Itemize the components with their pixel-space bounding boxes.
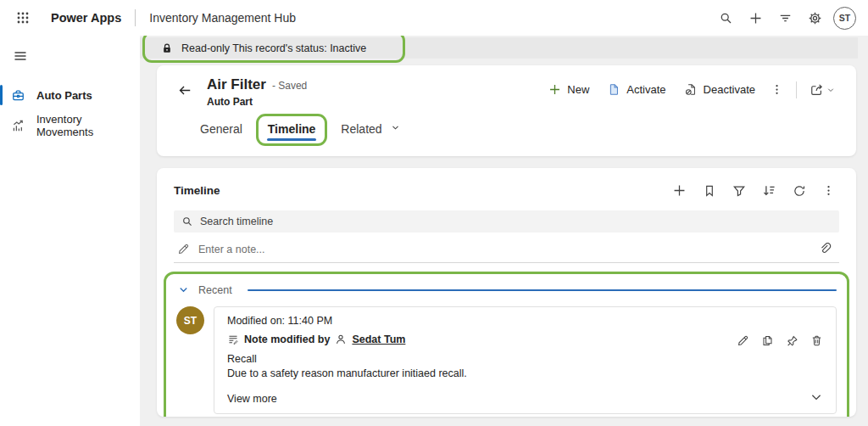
selection-indicator bbox=[0, 115, 3, 136]
note-card[interactable]: Modified on: 11:40 PM Note modified by bbox=[214, 306, 837, 414]
lock-icon bbox=[161, 42, 173, 54]
search-icon bbox=[181, 216, 193, 227]
expand-chevron-icon[interactable] bbox=[808, 389, 825, 406]
user-avatar[interactable]: ST bbox=[833, 7, 856, 30]
annotation-highlight-recent-group: Recent ST Modified on: 11:40 PM bbox=[164, 272, 849, 417]
recent-group-label: Recent bbox=[198, 284, 232, 296]
record-entity-label: Auto Part bbox=[207, 96, 307, 108]
tab-timeline[interactable]: Timeline bbox=[267, 121, 317, 148]
plus-icon bbox=[548, 83, 561, 96]
note-modified-on: Modified on: 11:40 PM bbox=[227, 315, 824, 327]
sidebar-nav: Auto Parts Inventory Movements bbox=[0, 80, 140, 141]
activate-button-label: Activate bbox=[626, 83, 665, 96]
timeline-search-bar bbox=[174, 210, 839, 233]
app-name[interactable]: Power Apps bbox=[51, 11, 121, 25]
deactivate-button-label: Deactivate bbox=[704, 83, 755, 96]
tab-label: Related bbox=[341, 122, 381, 136]
note-lines-icon bbox=[227, 334, 239, 345]
person-icon bbox=[335, 334, 347, 345]
topbar-divider bbox=[135, 9, 136, 26]
tab-general[interactable]: General bbox=[199, 121, 243, 148]
record-titles: Air Filter - Saved Auto Part bbox=[207, 76, 307, 108]
timeline-card: Timeline bbox=[157, 168, 856, 417]
add-note-plus-icon[interactable] bbox=[668, 179, 691, 202]
chevron-down-icon bbox=[826, 86, 835, 94]
new-button-label: New bbox=[567, 83, 589, 96]
selection-indicator bbox=[0, 85, 3, 105]
note-activity-label: Note modified by bbox=[244, 334, 330, 345]
hamburger-menu-icon[interactable] bbox=[8, 44, 32, 68]
record-title-group: Air Filter - Saved Auto Part bbox=[174, 76, 307, 108]
sidebar-item-inventory-movements[interactable]: Inventory Movements bbox=[0, 110, 140, 141]
more-commands-icon[interactable] bbox=[766, 79, 787, 100]
note-author-avatar: ST bbox=[176, 306, 204, 334]
note-subject: Recall bbox=[227, 353, 824, 365]
note-entry-row bbox=[174, 236, 839, 263]
filter-icon[interactable] bbox=[774, 7, 797, 30]
main-content: Read-only This record's status: Inactive… bbox=[140, 36, 868, 426]
enter-note-input[interactable] bbox=[198, 244, 806, 255]
timeline-note-item: ST Modified on: 11:40 PM Note modified b… bbox=[176, 306, 837, 414]
timeline-more-icon[interactable] bbox=[818, 180, 839, 201]
bookmark-icon[interactable] bbox=[698, 180, 721, 202]
sidebar-item-label: Inventory Movements bbox=[36, 113, 140, 138]
trending-chart-icon bbox=[11, 119, 25, 133]
toolbox-icon bbox=[11, 88, 25, 103]
command-divider bbox=[796, 81, 797, 98]
record-header-card: Air Filter - Saved Auto Part New bbox=[157, 65, 856, 156]
top-bar-left: Power Apps Inventory Management Hub bbox=[12, 7, 296, 29]
search-timeline-input[interactable] bbox=[200, 216, 832, 227]
pin-icon[interactable] bbox=[784, 333, 800, 349]
site-map-sidebar: Auto Parts Inventory Movements bbox=[0, 36, 140, 426]
delete-trash-icon[interactable] bbox=[809, 333, 825, 349]
document-icon bbox=[608, 83, 620, 96]
view-more-link[interactable]: View more bbox=[227, 393, 277, 405]
timeline-header: Timeline bbox=[174, 179, 839, 202]
back-arrow-icon[interactable] bbox=[174, 79, 197, 102]
read-only-banner: Read-only This record's status: Inactive bbox=[140, 37, 858, 59]
note-action-icons bbox=[735, 333, 825, 349]
note-author-link[interactable]: Sedat Tum bbox=[352, 334, 405, 345]
record-title: Air Filter bbox=[207, 76, 266, 93]
chevron-down-icon bbox=[391, 121, 400, 135]
timeline-title: Timeline bbox=[174, 184, 220, 197]
new-button[interactable]: New bbox=[541, 78, 597, 101]
record-header-row: Air Filter - Saved Auto Part New bbox=[174, 76, 839, 108]
sidebar-item-label: Auto Parts bbox=[36, 89, 92, 102]
tab-label: General bbox=[200, 122, 242, 136]
app-environment-title[interactable]: Inventory Management Hub bbox=[149, 11, 296, 25]
edit-pencil-icon[interactable] bbox=[735, 333, 751, 349]
share-icon[interactable] bbox=[805, 78, 839, 101]
refresh-icon[interactable] bbox=[788, 180, 810, 202]
search-icon[interactable] bbox=[715, 7, 737, 30]
read-only-banner-text: Read-only This record's status: Inactive bbox=[181, 42, 366, 54]
top-app-bar: Power Apps Inventory Management Hub bbox=[0, 0, 868, 36]
note-body: Due to a safety reason manufacturer init… bbox=[227, 367, 824, 379]
command-bar: New Activate bbox=[541, 78, 839, 101]
timeline-toolbar bbox=[668, 179, 839, 202]
document-slash-icon bbox=[685, 83, 698, 96]
attach-paperclip-icon[interactable] bbox=[815, 238, 836, 260]
top-bar-right: ST bbox=[715, 7, 856, 30]
power-apps-window: Power Apps Inventory Management Hub bbox=[0, 0, 868, 426]
activate-button[interactable]: Activate bbox=[600, 78, 673, 101]
recent-group-header: Recent bbox=[176, 283, 837, 297]
waffle-menu-icon[interactable] bbox=[12, 7, 34, 29]
quick-create-plus-icon[interactable] bbox=[744, 7, 767, 30]
record-save-status: - Saved bbox=[272, 80, 307, 92]
record-tabs: General Timeline Related bbox=[199, 120, 839, 148]
tab-related[interactable]: Related bbox=[340, 120, 400, 148]
copy-icon[interactable] bbox=[760, 333, 776, 349]
deactivate-button[interactable]: Deactivate bbox=[677, 78, 763, 101]
recent-divider-line bbox=[248, 289, 837, 291]
settings-gear-icon[interactable] bbox=[804, 7, 826, 30]
sort-icon[interactable] bbox=[758, 179, 781, 202]
filter-funnel-icon[interactable] bbox=[728, 180, 750, 202]
sidebar-item-auto-parts[interactable]: Auto Parts bbox=[0, 80, 140, 110]
collapse-chevron-icon[interactable] bbox=[176, 283, 191, 297]
pencil-icon bbox=[177, 243, 190, 255]
active-tab-underline bbox=[267, 138, 317, 141]
tab-label: Timeline bbox=[268, 122, 316, 136]
